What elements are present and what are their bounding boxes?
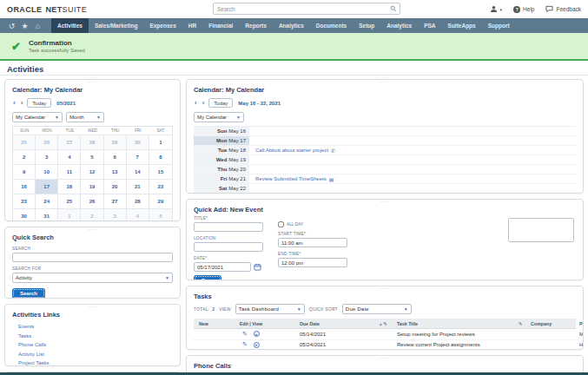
mini-calendar-day[interactable]: 17 <box>36 179 58 194</box>
mini-calendar-day[interactable]: 3 <box>104 208 127 221</box>
nav-tab-reports[interactable]: Reports <box>239 18 273 33</box>
mini-calendar-day[interactable]: 26 <box>36 135 58 149</box>
mini-calendar-day[interactable]: 23 <box>13 194 36 208</box>
netsuite-logo[interactable]: ORACLENETSUITE <box>7 5 87 14</box>
mini-calendar-day[interactable]: 27 <box>58 135 81 149</box>
drag-handle-icon[interactable]: ··· <box>380 199 390 206</box>
mini-calendar-day[interactable]: 5 <box>81 149 103 164</box>
month-label[interactable]: 05/2021 <box>56 101 76 106</box>
mini-calendar-day[interactable]: 6 <box>104 149 127 164</box>
mini-calendar-day[interactable]: 10 <box>36 164 58 179</box>
user-role-menu[interactable]: ▾ <box>490 5 503 14</box>
calendar-view-select[interactable]: Month ▼ <box>66 112 104 122</box>
mini-calendar-day[interactable]: 3 <box>36 149 58 164</box>
all-day-checkbox[interactable] <box>278 221 284 227</box>
col-priority[interactable]: Priority <box>579 321 584 326</box>
nav-tab-psa[interactable]: PSA <box>418 18 441 33</box>
nav-tab-analytics[interactable]: Analytics <box>380 18 418 33</box>
event-location-input[interactable] <box>194 242 263 252</box>
nav-tab-suiteapps[interactable]: SuiteApps <box>442 18 482 33</box>
nav-tab-documents[interactable]: Documents <box>310 18 353 33</box>
mini-calendar-day[interactable]: 25 <box>58 194 81 208</box>
nav-tab-expenses[interactable]: Expenses <box>143 18 182 33</box>
mini-calendar-day[interactable]: 15 <box>149 164 172 179</box>
nav-tab-sales-marketing[interactable]: Sales/Marketing <box>89 18 144 33</box>
global-search[interactable] <box>213 3 400 15</box>
activities-link-tasks[interactable]: Tasks <box>18 333 173 339</box>
mini-calendar-day[interactable]: 8 <box>149 149 172 164</box>
activities-link-project-tasks[interactable]: Project Tasks <box>18 360 173 365</box>
mini-calendar-day[interactable]: 1 <box>149 135 172 149</box>
calendar-event[interactable]: Review Submitted TimeSheets▤ <box>255 174 334 183</box>
mini-calendar-day[interactable]: 19 <box>81 179 103 194</box>
mini-calendar-day[interactable]: 14 <box>127 164 149 179</box>
edit-icon[interactable]: ✎ <box>242 341 248 348</box>
nav-tab-financial[interactable]: Financial <box>202 18 239 33</box>
event-title-input[interactable] <box>194 222 263 232</box>
today-button[interactable]: Today <box>208 98 233 108</box>
mini-calendar-day[interactable]: 2 <box>13 149 36 164</box>
mini-calendar-day[interactable]: 20 <box>104 179 127 194</box>
next-week-button[interactable]: › <box>202 100 206 107</box>
prev-week-button[interactable]: ‹ <box>194 100 198 107</box>
mini-calendar-day[interactable]: 28 <box>81 135 103 149</box>
mini-calendar-day[interactable]: 30 <box>127 135 149 149</box>
nav-tab-activities[interactable]: Activities <box>51 18 89 33</box>
edit-icon[interactable]: ✎ <box>242 331 248 338</box>
calendar-picker-icon[interactable] <box>254 263 261 271</box>
mini-calendar-day[interactable]: 1 <box>58 208 81 221</box>
event-date-input[interactable] <box>194 262 251 272</box>
activities-link-phone-calls[interactable]: Phone Calls <box>18 342 173 347</box>
mini-calendar-day[interactable]: 9 <box>13 164 36 179</box>
sort-ascending-icon[interactable]: ▴ ✎ <box>380 321 397 326</box>
mini-calendar-day[interactable]: 26 <box>81 194 103 208</box>
recent-records-icon[interactable]: ↺ <box>5 18 18 33</box>
mini-calendar-day[interactable]: 12 <box>81 164 103 179</box>
global-search-input[interactable] <box>214 6 390 12</box>
mini-calendar-day[interactable]: 25 <box>13 135 36 149</box>
shortcuts-star-icon[interactable]: ★ <box>18 18 31 33</box>
mini-calendar-day[interactable]: 16 <box>13 179 36 194</box>
col-task-title[interactable]: Task Title <box>397 321 519 326</box>
mini-calendar-day[interactable]: 5 <box>149 208 172 221</box>
mini-calendar-day[interactable]: 22 <box>149 179 172 194</box>
mini-calendar-day[interactable]: 27 <box>104 194 127 208</box>
event-notes-textarea[interactable] <box>508 218 574 242</box>
view-icon[interactable]: ▸ <box>254 342 260 348</box>
drag-handle-icon[interactable]: ··· <box>380 355 390 362</box>
start-time-input[interactable] <box>278 238 347 247</box>
drag-handle-icon[interactable]: ··· <box>380 79 390 86</box>
calendar-select[interactable]: My Calendar ▼ <box>12 112 63 122</box>
mini-calendar-day[interactable]: 28 <box>127 194 149 208</box>
search-for-select[interactable]: Activity ▼ <box>12 273 173 283</box>
nav-tab-setup[interactable]: Setup <box>353 18 380 33</box>
drag-handle-icon[interactable]: ··· <box>88 227 97 234</box>
mini-calendar-day[interactable]: 24 <box>36 194 58 208</box>
tasks-view-select[interactable]: Task Dashboard ▼ <box>235 304 305 314</box>
drag-handle-icon[interactable]: ··· <box>380 286 390 293</box>
col-company[interactable]: Company <box>531 321 579 326</box>
tasks-total-count[interactable]: 2 <box>212 306 215 312</box>
end-time-input[interactable] <box>278 258 347 267</box>
calendar-event-link[interactable]: Call Abbott about starter project <box>255 148 328 153</box>
activities-link-events[interactable]: Events <box>18 324 173 329</box>
today-button[interactable]: Today <box>27 98 51 108</box>
calendar-event[interactable]: Call Abbott about starter project✆ <box>255 146 335 155</box>
mini-calendar-day[interactable]: 4 <box>58 149 81 164</box>
quick-search-input[interactable] <box>12 253 173 262</box>
mini-calendar-day[interactable]: 18 <box>58 179 81 194</box>
search-icon[interactable] <box>390 5 397 12</box>
help-button[interactable]: ? Help <box>513 6 534 13</box>
col-due-date[interactable]: Due Date <box>279 321 380 326</box>
calendar-select[interactable]: My Calendar ▼ <box>194 112 244 122</box>
nav-tab-support[interactable]: Support <box>482 18 516 33</box>
calendar-event-link[interactable]: Review Submitted TimeSheets <box>255 176 327 181</box>
mini-calendar-day[interactable]: 21 <box>127 179 149 194</box>
drag-handle-icon[interactable]: ··· <box>88 79 97 86</box>
mini-calendar-day[interactable]: 11 <box>58 164 81 179</box>
mini-calendar-day[interactable]: 7 <box>127 149 149 164</box>
save-button[interactable]: Save <box>194 275 221 280</box>
nav-tab-analytics[interactable]: Analytics <box>273 18 310 33</box>
activities-link-activity-list[interactable]: Activity List <box>18 352 173 357</box>
mini-calendar-day[interactable]: 31 <box>36 208 58 221</box>
